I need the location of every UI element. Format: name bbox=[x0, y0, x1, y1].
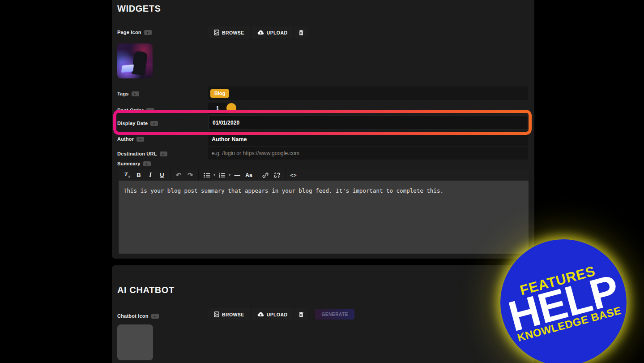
thumbnail-laptop-shape bbox=[121, 65, 134, 73]
author-label: Author ▸ bbox=[117, 136, 144, 142]
link-icon bbox=[262, 172, 269, 178]
page-icon-label: Page Icon ▸ bbox=[117, 30, 152, 35]
widgets-section-title: WIDGETS bbox=[117, 4, 161, 14]
chatbot-icon-placeholder[interactable] bbox=[117, 324, 153, 360]
post-order-help-video-icon[interactable]: ▸ bbox=[146, 108, 154, 113]
chatbot-icon-label: Chatbot Icon ▸ bbox=[117, 313, 159, 319]
file-image-icon bbox=[214, 30, 219, 35]
bullet-list-button[interactable] bbox=[201, 169, 213, 181]
font-size-button[interactable]: Aa bbox=[243, 169, 255, 181]
tags-help-video-icon[interactable]: ▸ bbox=[132, 91, 139, 96]
redo-button[interactable]: ↷ bbox=[184, 169, 196, 181]
trash-icon bbox=[299, 312, 303, 317]
cloud-upload-icon bbox=[257, 30, 264, 35]
browse-button-label: BROWSE bbox=[222, 312, 244, 317]
display-date-label: Display Date ▸ bbox=[117, 121, 158, 126]
help-knowledge-base-badge: FEATURES HELP KNOWLEDGE BASE bbox=[500, 239, 627, 363]
chatbot-icon-button-row: BROWSE UPLOAD GENERATE bbox=[208, 308, 354, 320]
summary-label: Summary ▸ bbox=[117, 161, 151, 166]
upload-button-label: UPLOAD bbox=[267, 312, 288, 317]
chatbot-section-title: AI CHATBOT bbox=[117, 285, 175, 295]
unlink-icon bbox=[274, 172, 280, 178]
post-order-drag-dot[interactable] bbox=[226, 103, 236, 113]
chatbot-delete-button[interactable] bbox=[294, 308, 308, 320]
page-icon-label-text: Page Icon bbox=[117, 30, 141, 35]
toolbar-separator bbox=[170, 169, 171, 181]
toolbar-separator bbox=[257, 169, 257, 181]
chatbot-upload-button[interactable]: UPLOAD bbox=[252, 308, 294, 320]
trash-icon bbox=[299, 30, 303, 35]
tags-label: Tags ▸ bbox=[117, 91, 139, 96]
clear-formatting-button[interactable]: Tx bbox=[121, 169, 133, 181]
page-icon-upload-button[interactable]: UPLOAD bbox=[252, 26, 294, 39]
numbered-list-button[interactable] bbox=[216, 169, 228, 181]
browse-button-label: BROWSE bbox=[222, 30, 244, 35]
bullet-list-dropdown-caret[interactable]: ▾ bbox=[213, 173, 216, 177]
chatbot-browse-button[interactable]: BROWSE bbox=[208, 308, 250, 320]
underline-button[interactable]: U bbox=[156, 169, 168, 181]
page-icon-thumbnail[interactable] bbox=[117, 43, 153, 78]
content-column: WIDGETS Page Icon ▸ BROWSE UPLOAD bbox=[112, 0, 534, 363]
undo-button[interactable]: ↶ bbox=[173, 169, 184, 181]
toolbar-separator bbox=[285, 169, 286, 181]
page-icon-delete-button[interactable] bbox=[294, 26, 308, 39]
display-date-input[interactable] bbox=[208, 116, 528, 130]
clear-formatting-glyph: T bbox=[124, 171, 128, 177]
display-date-label-text: Display Date bbox=[117, 121, 148, 126]
italic-button[interactable]: I bbox=[145, 169, 156, 181]
post-order-label: Post Order ▸ bbox=[117, 108, 154, 113]
author-help-video-icon[interactable]: ▸ bbox=[136, 137, 144, 142]
horizontal-rule-button[interactable]: — bbox=[231, 169, 243, 181]
post-order-label-text: Post Order bbox=[117, 108, 144, 113]
underline-glyph: U bbox=[160, 172, 164, 178]
tag-chip-blog[interactable]: Blog bbox=[210, 89, 229, 98]
destination-url-input[interactable] bbox=[208, 147, 528, 160]
chatbot-icon-label-text: Chatbot Icon bbox=[117, 313, 149, 319]
summary-editor-textarea[interactable]: This is your blog post summary that appe… bbox=[119, 181, 529, 254]
page-icon-browse-button[interactable]: BROWSE bbox=[208, 26, 250, 39]
summary-editor-toolbar: Tx B I U ↶ ↷ ▾ ▾ — Aa bbox=[119, 169, 529, 181]
summary-help-video-icon[interactable]: ▸ bbox=[143, 161, 151, 166]
tags-input[interactable]: Blog bbox=[208, 86, 528, 100]
cloud-upload-icon bbox=[257, 312, 264, 317]
chatbot-icon-help-video-icon[interactable]: ▸ bbox=[151, 314, 159, 319]
author-label-text: Author bbox=[117, 136, 134, 142]
tags-label-text: Tags bbox=[117, 91, 129, 96]
bold-button[interactable]: B bbox=[133, 169, 145, 181]
display-date-help-video-icon[interactable]: ▸ bbox=[150, 121, 158, 126]
clear-formatting-sub-glyph: x bbox=[128, 174, 130, 178]
numbered-list-icon bbox=[219, 173, 226, 178]
widgets-card: WIDGETS Page Icon ▸ BROWSE UPLOAD bbox=[112, 0, 534, 259]
numbered-list-dropdown-caret[interactable]: ▾ bbox=[228, 173, 231, 177]
thumbnail-person-silhouette bbox=[132, 51, 148, 76]
toolbar-separator bbox=[198, 169, 199, 181]
author-input[interactable] bbox=[208, 133, 528, 146]
summary-label-text: Summary bbox=[117, 161, 141, 166]
chatbot-generate-button[interactable]: GENERATE bbox=[315, 309, 354, 320]
file-image-icon bbox=[214, 311, 219, 317]
destination-url-label: Destination URL ▸ bbox=[117, 151, 167, 156]
page: WIDGETS Page Icon ▸ BROWSE UPLOAD bbox=[0, 0, 644, 363]
bullet-list-icon bbox=[204, 173, 210, 178]
destination-url-label-text: Destination URL bbox=[117, 151, 157, 156]
destination-url-help-video-icon[interactable]: ▸ bbox=[160, 151, 167, 156]
badge-rotated-text: FEATURES HELP KNOWLEDGE BASE bbox=[502, 259, 625, 345]
upload-button-label: UPLOAD bbox=[267, 30, 288, 35]
chatbot-card: AI CHATBOT Chatbot Icon ▸ BROWSE UPLOAD … bbox=[112, 265, 534, 363]
post-order-input[interactable] bbox=[208, 103, 227, 114]
remove-link-button[interactable] bbox=[271, 169, 283, 181]
page-icon-help-video-icon[interactable]: ▸ bbox=[144, 30, 152, 35]
insert-link-button[interactable] bbox=[260, 169, 271, 181]
code-view-button[interactable]: <> bbox=[288, 169, 299, 181]
page-icon-button-row: BROWSE UPLOAD bbox=[208, 26, 308, 39]
